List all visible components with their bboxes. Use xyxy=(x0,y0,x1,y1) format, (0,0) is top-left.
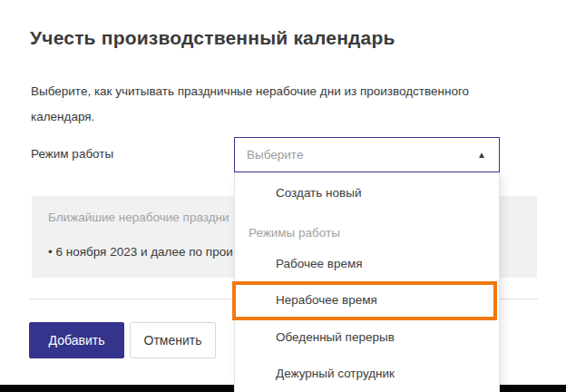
dropdown-item-create-new[interactable]: Создать новый xyxy=(235,175,499,211)
production-calendar-dialog: Учесть производственный календарь Выбери… xyxy=(0,0,566,392)
add-button[interactable]: Добавить xyxy=(29,322,124,358)
dropdown-item-working-time[interactable]: Рабочее время xyxy=(235,246,499,282)
dropdown-item-lunch-break[interactable]: Обеденный перерыв xyxy=(235,319,499,356)
caret-up-icon[interactable]: ▲ xyxy=(477,138,486,172)
work-mode-dropdown-menu: Создать новый Режимы работы Рабочее врем… xyxy=(234,172,500,392)
dropdown-item-duty-employee[interactable]: Дежурный сотрудник xyxy=(235,356,499,392)
dialog-description: Выберите, как учитывать праздничные нера… xyxy=(31,79,525,130)
page-title: Учесть производственный календарь xyxy=(30,27,395,49)
info-box-list-item: • 6 ноября 2023 и далее по прои xyxy=(48,245,233,259)
cancel-button[interactable]: Отменить xyxy=(130,322,216,358)
work-mode-select[interactable]: Выберите ▲ xyxy=(234,137,500,172)
info-box-heading: Ближайшие нерабочие праздни xyxy=(48,211,229,224)
dropdown-item-nonworking-time[interactable]: Нерабочее время xyxy=(235,282,499,318)
select-placeholder: Выберите xyxy=(247,138,303,172)
work-mode-label: Режим работы xyxy=(31,147,113,161)
